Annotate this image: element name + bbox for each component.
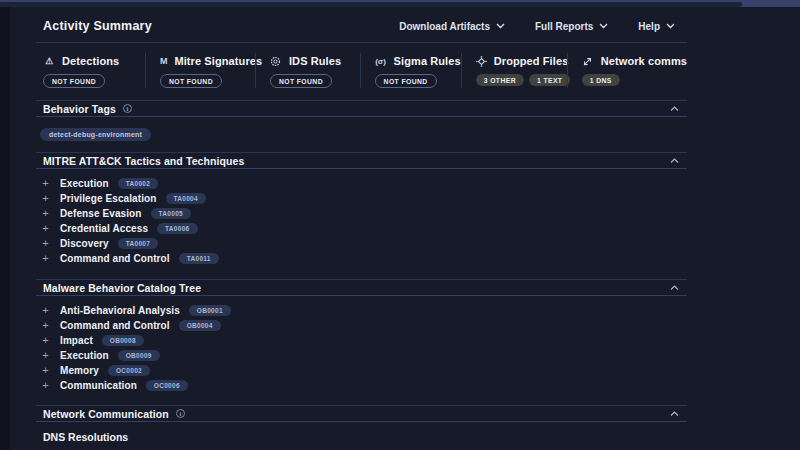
info-icon[interactable]: i: [176, 409, 185, 418]
collapse-section-button[interactable]: [668, 104, 681, 114]
tactic-label: Defense Evasion: [60, 208, 142, 219]
help-label: Help: [638, 21, 660, 32]
card-dropped-files: Dropped Files 3 OTHER 1 TEXT: [461, 53, 567, 88]
expand-plus-icon: +: [40, 365, 51, 376]
tree-row-defense-evasion[interactable]: + Defense Evasion TA0005: [40, 206, 687, 221]
count-badge: 1 TEXT: [529, 74, 570, 86]
ids-badge-icon: [270, 55, 282, 67]
tree-row-execution[interactable]: + Execution TA0002: [40, 176, 687, 191]
tactic-label: Privilege Escalation: [60, 193, 157, 204]
chevron-down-icon: [496, 23, 505, 29]
main-content: Activity Summary Download Artifacts Full…: [36, 7, 687, 450]
chevron-down-icon: [666, 23, 675, 29]
behavior-code-pill: OB0009: [118, 350, 160, 362]
expand-plus-icon: +: [40, 253, 51, 264]
network-arrows-icon: [582, 55, 594, 67]
info-icon[interactable]: i: [123, 104, 132, 113]
behavior-code-pill: OC0002: [108, 365, 150, 377]
chevron-up-icon: [670, 106, 679, 112]
expand-plus-icon: +: [40, 380, 51, 391]
left-sidebar-rail: [0, 7, 10, 450]
tree-row-impact[interactable]: + Impact OB0008: [40, 333, 687, 348]
count-badge: 1 DNS: [582, 74, 620, 86]
expand-plus-icon: +: [40, 238, 51, 249]
mitre-attack-header: MITRE ATT&CK Tactics and Techniques: [36, 152, 687, 169]
section-mitre-attack: MITRE ATT&CK Tactics and Techniques + Ex…: [36, 152, 687, 273]
download-artifacts-label: Download Artifacts: [399, 21, 490, 32]
tactic-label: Command and Control: [60, 253, 170, 264]
expand-plus-icon: +: [40, 193, 51, 204]
chevron-up-icon: [670, 411, 679, 417]
behavior-code-pill: OB0008: [102, 335, 144, 347]
status-badge: NOT FOUND: [43, 74, 105, 88]
tactic-code-pill: TA0011: [179, 253, 219, 265]
mbc-header: Malware Behavior Catalog Tree: [36, 279, 687, 296]
collapse-section-button[interactable]: [668, 156, 681, 166]
card-dropped-files-label: Dropped Files: [494, 55, 569, 67]
network-communication-header: Network Communication i: [36, 405, 687, 422]
status-badge: NOT FOUND: [160, 74, 222, 88]
card-detections: ⚠ Detections NOT FOUND: [36, 53, 145, 88]
tree-row-privilege-escalation[interactable]: + Privilege Escalation TA0004: [40, 191, 687, 206]
network-communication-title: Network Communication: [43, 408, 169, 420]
chevron-up-icon: [670, 285, 679, 291]
full-reports-label: Full Reports: [535, 21, 593, 32]
card-ids-rules: IDS Rules NOT FOUND: [255, 53, 360, 88]
tactic-code-pill: TA0007: [118, 238, 158, 250]
mbc-title: Malware Behavior Catalog Tree: [43, 282, 201, 294]
behavior-code-pill: OC0006: [146, 380, 188, 392]
page-title: Activity Summary: [43, 19, 152, 33]
status-badge: NOT FOUND: [375, 74, 437, 88]
section-behavior-tags: Behavior Tags i detect-debug-environment: [36, 100, 687, 150]
tree-row-anti-behavioral-analysis[interactable]: + Anti-Behavioral Analysis OB0001: [40, 303, 687, 318]
tree-row-discovery[interactable]: + Discovery TA0007: [40, 236, 687, 251]
card-mitre-signatures: M Mitre Signatures NOT FOUND: [145, 53, 255, 88]
behavior-code-pill: OB0001: [189, 305, 231, 317]
behavior-label: Communication: [60, 380, 137, 391]
behavior-label: Command and Control: [60, 320, 170, 331]
section-malware-behavior-catalog: Malware Behavior Catalog Tree + Anti-Beh…: [36, 279, 687, 400]
tree-row-command-and-control-mbc[interactable]: + Command and Control OB0004: [40, 318, 687, 333]
behavior-label: Execution: [60, 350, 109, 361]
dropped-files-icon: [476, 55, 487, 67]
count-badge: 3 OTHER: [476, 74, 524, 86]
tactic-label: Credential Access: [60, 223, 148, 234]
dns-resolutions-heading: DNS Resolutions: [43, 431, 687, 443]
tactic-code-pill: TA0006: [157, 223, 197, 235]
mbc-tree: + Anti-Behavioral Analysis OB0001 + Comm…: [36, 296, 687, 400]
mitre-m-icon: M: [160, 55, 168, 67]
header-menus: Download Artifacts Full Reports Help: [399, 21, 687, 32]
expand-plus-icon: +: [40, 320, 51, 331]
mitre-attack-title: MITRE ATT&CK Tactics and Techniques: [43, 155, 244, 167]
behavior-tags-title: Behavior Tags: [43, 103, 116, 115]
full-reports-menu[interactable]: Full Reports: [535, 21, 608, 32]
collapse-section-button[interactable]: [668, 409, 681, 419]
expand-plus-icon: +: [40, 335, 51, 346]
download-artifacts-menu[interactable]: Download Artifacts: [399, 21, 505, 32]
card-sigma-rules: (σ) Sigma Rules NOT FOUND: [360, 53, 461, 88]
summary-cards: ⚠ Detections NOT FOUND M Mitre Signature…: [36, 43, 687, 100]
status-badge: NOT FOUND: [270, 74, 332, 88]
top-scrollbar-track[interactable]: [0, 0, 800, 7]
tree-row-command-and-control[interactable]: + Command and Control TA0011: [40, 251, 687, 266]
expand-plus-icon: +: [40, 350, 51, 361]
collapse-section-button[interactable]: [668, 283, 681, 293]
tree-row-credential-access[interactable]: + Credential Access TA0006: [40, 221, 687, 236]
mitre-attack-tree: + Execution TA0002 + Privilege Escalatio…: [36, 169, 687, 273]
help-menu[interactable]: Help: [638, 21, 675, 32]
behavior-tag[interactable]: detect-debug-environment: [40, 128, 151, 141]
card-network-comms: Network comms 1 DNS: [567, 53, 687, 88]
expand-plus-icon: +: [40, 208, 51, 219]
tree-row-memory[interactable]: + Memory OC0002: [40, 363, 687, 378]
tactic-code-pill: TA0004: [166, 193, 206, 205]
tree-row-communication[interactable]: + Communication OC0006: [40, 378, 687, 393]
card-sigma-rules-label: Sigma Rules: [394, 55, 461, 67]
tree-row-execution-mbc[interactable]: + Execution OB0009: [40, 348, 687, 363]
behavior-label: Memory: [60, 365, 99, 376]
card-ids-rules-label: IDS Rules: [289, 55, 341, 67]
expand-plus-icon: +: [40, 305, 51, 316]
behavior-label: Anti-Behavioral Analysis: [60, 305, 180, 316]
tactic-code-pill: TA0005: [151, 208, 191, 220]
network-communication-body: DNS Resolutions telemetry-incoming.r53-2…: [36, 422, 687, 450]
sigma-icon: (σ): [375, 55, 387, 67]
